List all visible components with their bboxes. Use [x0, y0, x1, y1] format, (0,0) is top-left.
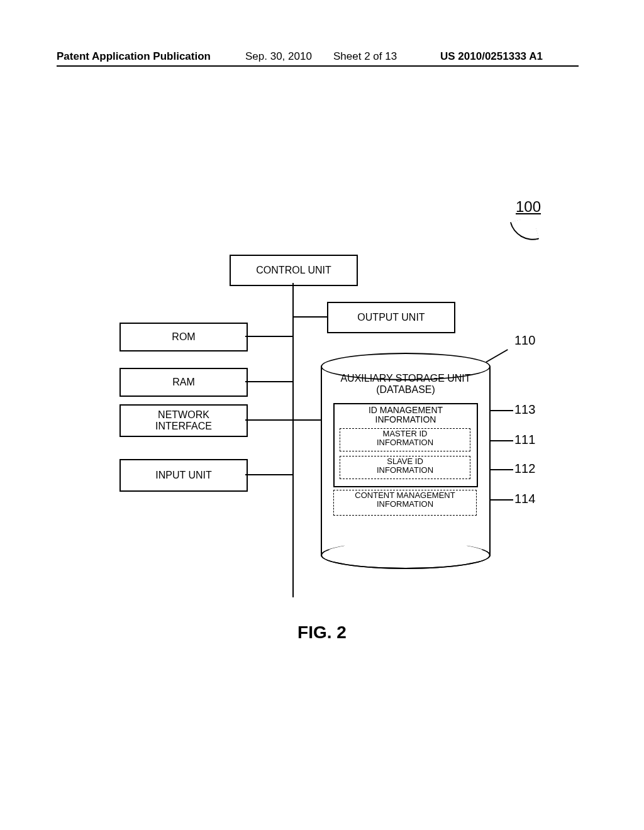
stub-rom [245, 336, 292, 337]
content-management-box: CONTENT MANAGEMENT INFORMATION [333, 490, 477, 516]
lead-114 [489, 499, 513, 501]
stub-output [292, 316, 327, 318]
master-id-label: MASTER ID INFORMATION [377, 429, 433, 447]
stub-db [292, 419, 321, 421]
lead-113 [489, 410, 513, 411]
block-input-unit: INPUT UNIT [119, 459, 248, 492]
ref-113: 113 [514, 402, 535, 417]
header-date: Sep. 30, 2010 [245, 50, 312, 63]
header-sheet: Sheet 2 of 13 [333, 50, 397, 63]
figure-diagram: 100 CONTROL UNIT OUTPUT UNIT ROM RAM NET… [94, 201, 553, 604]
block-control-unit: CONTROL UNIT [230, 255, 358, 286]
header-rule [57, 65, 579, 67]
block-ram: RAM [119, 368, 248, 397]
header-publication: Patent Application Publication [57, 50, 211, 63]
block-ram-label: RAM [172, 377, 195, 388]
lead-110 [486, 349, 508, 363]
block-output-unit: OUTPUT UNIT [327, 302, 455, 333]
ref-110: 110 [514, 333, 535, 348]
ref-100-leader [510, 216, 540, 246]
stub-ram [245, 381, 292, 382]
database-title: AUXILIARY STORAGE UNIT (DATABASE) [321, 373, 491, 395]
ref-112: 112 [514, 462, 535, 476]
content-management-label: CONTENT MANAGEMENT INFORMATION [355, 490, 455, 509]
block-network-interface: NETWORK INTERFACE [119, 404, 248, 437]
block-network-interface-label: NETWORK INTERFACE [155, 409, 212, 432]
lead-112 [489, 469, 513, 470]
block-input-unit-label: INPUT UNIT [155, 470, 211, 481]
figure-caption: FIG. 2 [0, 622, 644, 643]
ref-114: 114 [514, 492, 535, 506]
master-id-box: MASTER ID INFORMATION [340, 428, 470, 451]
block-output-unit-label: OUTPUT UNIT [357, 312, 425, 323]
slave-id-box: SLAVE ID INFORMATION [340, 456, 470, 479]
block-rom-label: ROM [172, 331, 195, 343]
header-patent-number: US 2010/0251333 A1 [440, 50, 543, 63]
block-control-unit-label: CONTROL UNIT [256, 265, 331, 276]
cylinder-bottom [321, 541, 491, 569]
slave-id-label: SLAVE ID INFORMATION [377, 456, 433, 475]
id-management-label: ID MANAGEMENT INFORMATION [335, 406, 477, 425]
ref-111: 111 [514, 433, 535, 447]
id-management-box: ID MANAGEMENT INFORMATION MASTER ID INFO… [333, 403, 478, 487]
lead-111 [489, 440, 513, 441]
block-rom: ROM [119, 323, 248, 351]
stub-netif [245, 419, 292, 421]
stub-input [245, 474, 292, 475]
diagram-bus [292, 283, 294, 597]
ref-100: 100 [516, 198, 541, 216]
